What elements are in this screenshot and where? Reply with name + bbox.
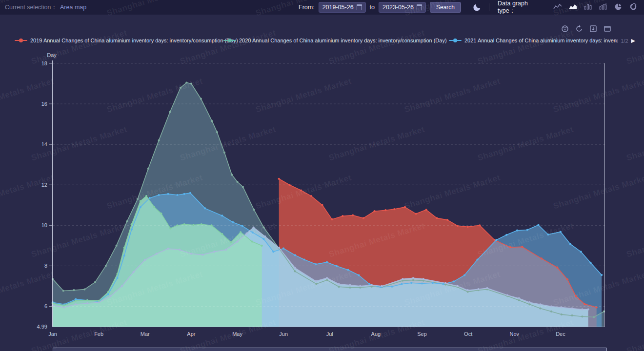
- legend-marker: [449, 39, 462, 42]
- calendar-icon: [357, 4, 362, 10]
- search-button[interactable]: Search: [430, 2, 461, 13]
- from-date-input[interactable]: 2019-05-26: [319, 2, 366, 13]
- legend-label: 2019 Annual Changes of China aluminium i…: [30, 38, 238, 43]
- legend-marker: [15, 39, 27, 42]
- x-axis-month-label: Dec: [556, 331, 565, 337]
- legend-item-2019[interactable]: 2019 Annual Changes of China aluminium i…: [15, 38, 238, 43]
- y-axis-tick-label: 6: [44, 303, 47, 309]
- area-chart-icon[interactable]: [568, 3, 577, 12]
- legend-item-2020[interactable]: 2020 Annual Changes of China aluminium i…: [223, 38, 447, 43]
- legend-pager: ◀ 1/2 ▶: [614, 38, 635, 44]
- legend-label: 2020 Annual Changes of China aluminium i…: [239, 38, 447, 43]
- bar-chart-icon[interactable]: [584, 3, 592, 12]
- legend-page-indicator: 1/2: [621, 38, 628, 44]
- legend-marker: [223, 39, 236, 42]
- y-axis-unit-label: Day: [47, 52, 57, 58]
- pie-chart-icon[interactable]: [614, 3, 623, 12]
- to-date-input[interactable]: 2023-05-26: [379, 2, 426, 13]
- window-icon[interactable]: [604, 25, 611, 35]
- date-range-controls: From: 2019-05-26 to 2023-05-26 Search: [299, 0, 461, 15]
- chart-legend: ◀ 1/2 ▶ 2019 Annual Changes of China alu…: [0, 38, 644, 46]
- x-axis-month-label: Oct: [464, 331, 472, 337]
- y-axis-tick-label: 10: [41, 222, 47, 228]
- top-toolbar: Current selection： Area map From: 2019-0…: [0, 0, 644, 15]
- y-axis-tick-label: 12: [41, 182, 47, 188]
- legend-item-2021[interactable]: 2021 Annual Changes of China aluminium i…: [449, 38, 617, 43]
- donut-chart-icon[interactable]: [629, 3, 638, 12]
- y-axis-tick-label: 18: [41, 60, 47, 66]
- divider: [489, 3, 489, 11]
- graph-type-label: Data graph type：: [498, 0, 546, 15]
- x-axis-month-label: Sep: [417, 331, 427, 337]
- from-date-value: 2019-05-26: [322, 4, 354, 11]
- x-axis-month-label: Nov: [510, 331, 520, 337]
- area-chart-canvas[interactable]: 1816141210864.99DayJanFebMarAprMayJunJul…: [0, 0, 644, 347]
- y-axis-tick-label: 16: [41, 101, 47, 107]
- x-axis-month-label: Jan: [48, 331, 57, 337]
- y-axis-tick-label: 14: [41, 141, 47, 147]
- legend-next-icon[interactable]: ▶: [631, 38, 635, 44]
- to-date-value: 2023-05-26: [382, 4, 414, 11]
- from-label: From:: [299, 4, 315, 11]
- chart-toolbox: [561, 25, 618, 35]
- moon-icon: [472, 2, 482, 12]
- current-selection-value: Area map: [60, 4, 86, 11]
- x-axis-month-label: Mar: [141, 331, 150, 337]
- restore-icon[interactable]: [575, 25, 583, 35]
- x-axis-month-label: Aug: [371, 331, 381, 337]
- x-axis-month-label: May: [232, 331, 242, 337]
- smm-chart-page: Current selection： Area map From: 2019-0…: [0, 0, 644, 351]
- x-axis-month-label: Jul: [326, 331, 333, 337]
- legend-label: 2021 Annual Changes of China aluminium i…: [464, 38, 617, 43]
- x-axis-month-label: Feb: [94, 331, 103, 337]
- graph-type-group: Data graph type：: [498, 0, 644, 15]
- current-selection-label: Current selection：: [5, 3, 57, 12]
- x-axis-month-label: Jun: [279, 331, 288, 337]
- current-selection: Current selection： Area map: [5, 0, 86, 15]
- to-label: to: [370, 4, 375, 11]
- data-zoom-slider[interactable]: [53, 348, 607, 351]
- dark-mode-toggle[interactable]: [472, 0, 482, 15]
- x-axis-month-label: Apr: [187, 331, 195, 337]
- y-axis-min-label: 4.99: [37, 324, 47, 330]
- palette-icon[interactable]: [561, 25, 569, 35]
- calendar-icon: [417, 4, 422, 10]
- bar-line-chart-icon[interactable]: [599, 3, 607, 12]
- line-chart-icon[interactable]: [553, 3, 562, 12]
- save-image-icon[interactable]: [589, 25, 597, 35]
- y-axis-tick-label: 8: [44, 263, 47, 269]
- divider: [461, 3, 461, 11]
